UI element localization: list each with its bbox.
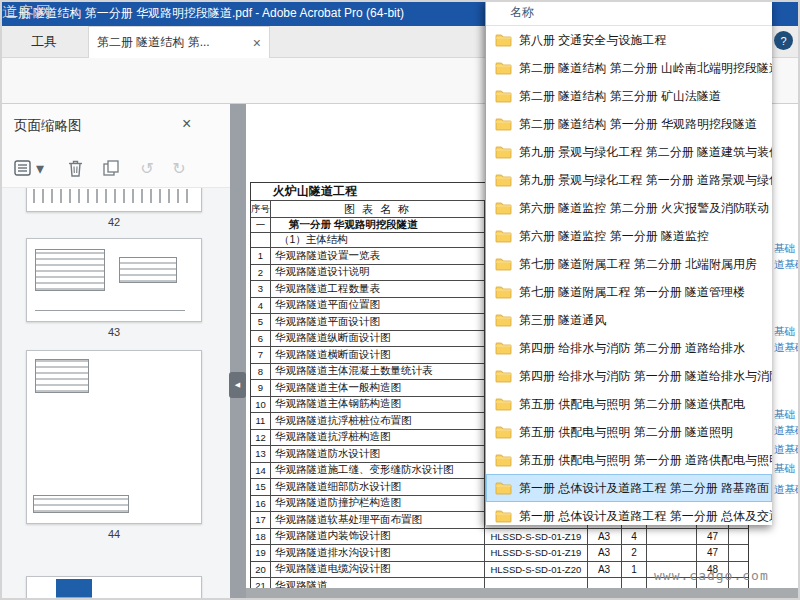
explorer-item-label: 第六册 隧道监控 第一分册 隧道监控 bbox=[519, 228, 709, 245]
cell-c-seq: 20 bbox=[251, 562, 271, 578]
cell-c-seq: 17 bbox=[251, 512, 271, 528]
folder-icon bbox=[495, 201, 512, 215]
help-icon[interactable]: ? bbox=[774, 31, 793, 50]
cell-c-name: 华观路隧道排水沟设计图 bbox=[271, 545, 485, 561]
acrobat-window: 二册 隧道结构 第一分册 华观路明挖段隧道.pdf - Adobe Acroba… bbox=[0, 0, 800, 600]
page-thumbnail[interactable] bbox=[26, 238, 202, 322]
explorer-item[interactable]: 第九册 景观与绿化工程 第二分册 隧道建筑与装修 bbox=[486, 138, 772, 166]
folder-icon bbox=[495, 33, 512, 47]
folder-icon bbox=[495, 89, 512, 103]
explorer-item[interactable]: 第二册 隧道结构 第二分册 山岭南北端明挖段隧道 bbox=[486, 54, 772, 82]
thumbnail-options-button[interactable] bbox=[10, 156, 36, 180]
rotate-right-icon[interactable]: ↻ bbox=[166, 156, 192, 180]
explorer-item[interactable]: 第四册 给排水与消防 第一分册 隧道给排水与消防 bbox=[486, 362, 772, 390]
thumbnails-scroll-area[interactable]: 42 43 44 bbox=[0, 188, 230, 600]
clipped-text-fragment: 道基础 bbox=[774, 443, 800, 457]
explorer-item-label: 第二册 隧道结构 第三分册 矿山法隧道 bbox=[519, 88, 721, 105]
panel-close-icon[interactable]: × bbox=[182, 115, 191, 133]
folder-icon bbox=[495, 369, 512, 383]
cell-c-name: 华观路隧道抗浮桩桩位布置图 bbox=[271, 413, 485, 429]
page-thumbnail[interactable] bbox=[26, 350, 202, 524]
cell-c-page: 47 bbox=[697, 545, 729, 561]
explorer-item-label: 第八册 交通安全与设施工程 bbox=[519, 32, 666, 49]
explorer-item-label: 第一册 总体设计及道路工程 第一分册 总体及交通工程(部分) bbox=[519, 508, 772, 525]
folder-icon bbox=[495, 481, 512, 495]
folder-icon bbox=[495, 397, 512, 411]
cell-c-name: 华观路隧道施工缝、变形缝防水设计图 bbox=[271, 463, 485, 479]
cell-c-seq: 2 bbox=[251, 265, 271, 281]
explorer-item[interactable]: 第一册 总体设计及道路工程 第一分册 总体及交通工程(部分) bbox=[486, 502, 772, 525]
clipped-text-fragment: 道基础 bbox=[774, 258, 800, 272]
explorer-item-label: 第四册 给排水与消防 第二分册 道路给排水 bbox=[519, 340, 745, 357]
explorer-item[interactable]: 第五册 供配电与照明 第二分册 隧道供配电 bbox=[486, 390, 772, 418]
explorer-item-label: 第四册 给排水与消防 第一分册 隧道给排水与消防 bbox=[519, 368, 772, 385]
explorer-item[interactable]: 第四册 给排水与消防 第二分册 道路给排水 bbox=[486, 334, 772, 362]
cell-c-name: 华观路隧道电缆沟设计图 bbox=[271, 562, 485, 578]
cell-c-tail bbox=[729, 529, 748, 545]
list-options-icon bbox=[14, 160, 32, 176]
collapse-panel-button[interactable]: ◀ bbox=[229, 372, 246, 398]
cell-c-name: 华观路隧道纵断面设计图 bbox=[271, 331, 485, 347]
cell-c-name: 华观路隧道横断面设计图 bbox=[271, 347, 485, 363]
explorer-item-label: 第一册 总体设计及道路工程 第二分册 路基路面 bbox=[519, 480, 769, 497]
cell-c-name: 华观路隧道软基处理平面布置图 bbox=[271, 512, 485, 528]
tab-tools[interactable]: 工具 bbox=[8, 26, 80, 58]
clipped-text-fragment: 基础 bbox=[774, 242, 795, 256]
cell-c-name: 华观路隧道主体钢筋构造图 bbox=[271, 397, 485, 413]
watermark-top-left: 道客网 bbox=[2, 3, 53, 22]
cell-c-count: 4 bbox=[622, 529, 648, 545]
column-header-name[interactable]: 名称 bbox=[510, 4, 534, 21]
explorer-item[interactable]: 第五册 供配电与照明 第二分册 隧道照明 bbox=[486, 418, 772, 446]
cell-c-seq: 1 bbox=[251, 248, 271, 264]
page-thumbnail-partial[interactable] bbox=[26, 576, 202, 600]
explorer-item-label: 第五册 供配电与照明 第二分册 隧道供配电 bbox=[519, 396, 745, 413]
cell-c-name: 华观路隧道工程数量表 bbox=[271, 281, 485, 297]
crop-pages-button[interactable] bbox=[98, 156, 124, 180]
explorer-item[interactable]: 第五册 供配电与照明 第一分册 道路供配电与照明 bbox=[486, 446, 772, 474]
cell-c-page: 47 bbox=[697, 529, 729, 545]
cell-c-seq: 3 bbox=[251, 281, 271, 297]
cell-c-seq: 21 bbox=[251, 578, 271, 588]
cell-c-name: 华观路隧道防撞护栏构造图 bbox=[271, 496, 485, 512]
explorer-item[interactable]: 第一册 总体设计及道路工程 第二分册 路基路面 bbox=[486, 474, 772, 502]
cell-c-name: 华观路隧道主体混凝土数量统计表 bbox=[271, 364, 485, 380]
explorer-item[interactable]: 第七册 隧道附属工程 第一分册 隧道管理楼 bbox=[486, 278, 772, 306]
cell-c-seq: 13 bbox=[251, 446, 271, 462]
cell-c-seq: 8 bbox=[251, 364, 271, 380]
folder-icon bbox=[495, 229, 512, 243]
explorer-item[interactable]: 第二册 隧道结构 第三分册 矿山法隧道 bbox=[486, 82, 772, 110]
cell-c-size: A3 bbox=[588, 529, 622, 545]
panel-splitter[interactable]: ◀ bbox=[230, 104, 246, 600]
explorer-item[interactable]: 第三册 隧道通风 bbox=[486, 306, 772, 334]
explorer-item[interactable]: 第七册 隧道附属工程 第二分册 北端附属用房 bbox=[486, 250, 772, 278]
cell-c-name: 华观路隧道平面位置图 bbox=[271, 298, 485, 314]
folder-icon bbox=[495, 341, 512, 355]
explorer-item[interactable]: 第八册 交通安全与设施工程 bbox=[486, 26, 772, 54]
folder-icon bbox=[495, 313, 512, 327]
thumbnail-page-number: 44 bbox=[26, 528, 202, 540]
explorer-item[interactable]: 第六册 隧道监控 第一分册 隧道监控 bbox=[486, 222, 772, 250]
watermark-bottom-right: www.cadgo.com bbox=[654, 568, 769, 583]
delete-pages-button[interactable] bbox=[62, 156, 88, 180]
folder-icon bbox=[495, 61, 512, 75]
tab-document[interactable]: 第二册 隧道结构 第... × bbox=[88, 26, 270, 58]
cell-c-code: HLSSD-S-SD-01-Z20 bbox=[485, 562, 588, 578]
cell-c-seq: 12 bbox=[251, 430, 271, 446]
cell-c-seq: 9 bbox=[251, 380, 271, 396]
chevron-down-icon[interactable]: ▾ bbox=[34, 156, 46, 180]
cell-c-seq: 5 bbox=[251, 314, 271, 330]
rotate-left-icon[interactable]: ↺ bbox=[134, 156, 160, 180]
explorer-item[interactable]: 第六册 隧道监控 第二分册 火灾报警及消防联动 bbox=[486, 194, 772, 222]
cell-c-seq: 10 bbox=[251, 397, 271, 413]
cell-c-name: 华观路隧道设计说明 bbox=[271, 265, 485, 281]
cell-c-seq: 4 bbox=[251, 298, 271, 314]
explorer-item[interactable]: 第九册 景观与绿化工程 第一分册 道路景观与绿化 bbox=[486, 166, 772, 194]
cell-c-seq: 14 bbox=[251, 463, 271, 479]
tab-close-icon[interactable]: × bbox=[253, 35, 261, 51]
explorer-item[interactable]: 第二册 隧道结构 第一分册 华观路明挖段隧道 bbox=[486, 110, 772, 138]
folder-icon bbox=[495, 453, 512, 467]
explorer-item-label: 第三册 隧道通风 bbox=[519, 312, 606, 329]
table-row: 18华观路隧道内装饰设计图HLSSD-S-SD-01-Z19A3447 bbox=[251, 529, 748, 546]
page-thumbnail[interactable] bbox=[26, 188, 202, 212]
folder-icon bbox=[495, 145, 512, 159]
